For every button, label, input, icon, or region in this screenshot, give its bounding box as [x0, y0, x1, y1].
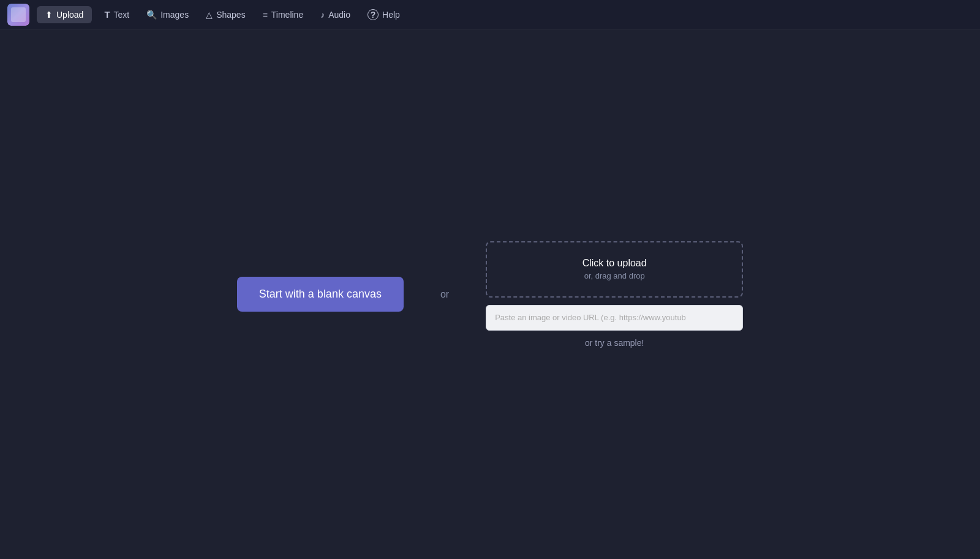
- nav-timeline-label: Timeline: [271, 10, 303, 20]
- dropzone-subtitle: or, drag and drop: [584, 271, 645, 280]
- app-logo: [7, 4, 29, 26]
- url-input[interactable]: [486, 305, 743, 331]
- nav-help-label: Help: [382, 10, 400, 20]
- blank-canvas-label: Start with a blank canvas: [259, 288, 382, 300]
- nav-audio-label: Audio: [328, 10, 350, 20]
- help-icon: ?: [368, 9, 379, 20]
- nav-text-label: Text: [114, 10, 130, 20]
- nav-item-help[interactable]: ? Help: [360, 6, 407, 24]
- nav-item-timeline[interactable]: ≡ Timeline: [255, 6, 311, 23]
- upload-area: Click to upload or, drag and drop or try…: [486, 241, 743, 348]
- upload-label: Upload: [56, 10, 83, 20]
- nav-item-text[interactable]: T Text: [97, 6, 137, 23]
- dropzone-title: Click to upload: [582, 258, 647, 269]
- nav-items: T Text 🔍 Images △ Shapes ≡ Timeline ♪ Au…: [97, 6, 973, 24]
- nav-item-images[interactable]: 🔍 Images: [139, 6, 196, 23]
- upload-button[interactable]: ⬆ Upload: [37, 6, 92, 23]
- text-icon: T: [104, 9, 110, 20]
- upload-icon: ⬆: [45, 10, 53, 20]
- try-sample-link[interactable]: or try a sample!: [585, 338, 644, 348]
- navbar: ⬆ Upload T Text 🔍 Images △ Shapes ≡ Time…: [0, 0, 980, 29]
- shapes-icon: △: [206, 10, 213, 20]
- nav-item-audio[interactable]: ♪ Audio: [313, 6, 358, 23]
- nav-shapes-label: Shapes: [216, 10, 245, 20]
- nav-item-shapes[interactable]: △ Shapes: [198, 6, 252, 23]
- or-divider: or: [440, 289, 449, 300]
- timeline-icon: ≡: [263, 10, 268, 20]
- audio-icon: ♪: [320, 10, 325, 20]
- nav-images-label: Images: [160, 10, 189, 20]
- upload-dropzone[interactable]: Click to upload or, drag and drop: [486, 241, 743, 298]
- main-content: Start with a blank canvas or Click to up…: [0, 29, 980, 559]
- blank-canvas-button[interactable]: Start with a blank canvas: [237, 277, 404, 312]
- images-icon: 🔍: [146, 10, 157, 20]
